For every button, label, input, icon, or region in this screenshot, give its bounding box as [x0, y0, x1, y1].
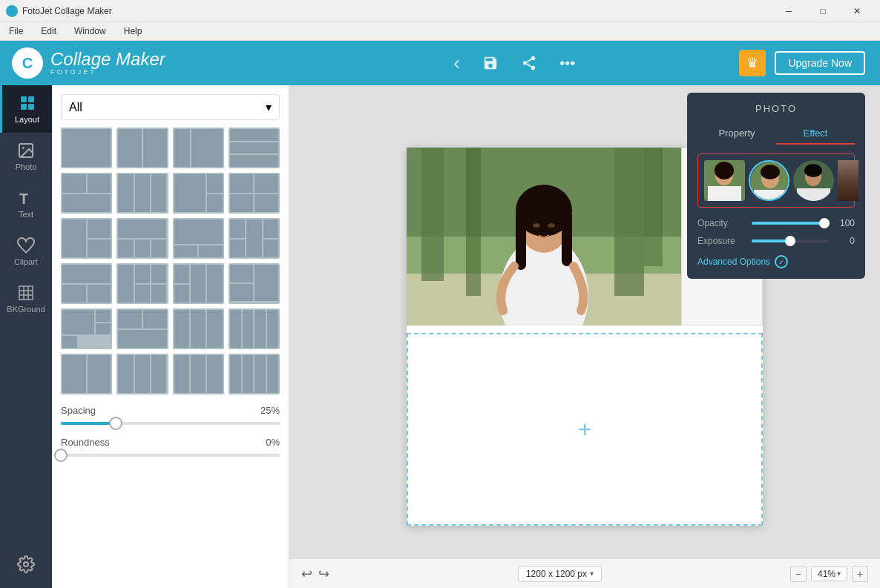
layout-thumb[interactable]: [61, 128, 112, 168]
opacity-label: Opacity: [697, 218, 746, 228]
layout-thumb[interactable]: [116, 308, 168, 349]
svg-point-10: [22, 147, 24, 149]
menu-bar: File Edit Window Help: [0, 22, 880, 41]
layout-thumb[interactable]: [173, 354, 224, 394]
menu-edit[interactable]: Edit: [38, 24, 59, 38]
svg-line-4: [527, 59, 531, 62]
layout-thumb[interactable]: [173, 263, 224, 304]
redo-button[interactable]: ↪: [318, 566, 329, 582]
back-button[interactable]: ‹: [453, 51, 460, 75]
minimize-button[interactable]: ─: [772, 0, 806, 22]
upgrade-button[interactable]: Upgrade Now: [775, 51, 865, 75]
layout-thumb[interactable]: [61, 173, 112, 214]
opacity-fill: [752, 222, 828, 225]
effect-thumb-circle1[interactable]: [749, 160, 789, 201]
photo-panel-tabs: Property Effect: [697, 123, 855, 145]
zoom-level-value: 41%: [818, 569, 835, 579]
opacity-control: Opacity 100: [697, 218, 855, 228]
svg-rect-29: [562, 211, 572, 266]
sidebar-settings[interactable]: [0, 546, 52, 582]
layout-thumb[interactable]: [116, 263, 168, 304]
menu-window[interactable]: Window: [71, 24, 109, 38]
tab-property[interactable]: Property: [697, 123, 776, 145]
share-button[interactable]: [521, 55, 537, 71]
roundness-thumb[interactable]: [54, 449, 68, 462]
menu-file[interactable]: File: [6, 24, 26, 38]
photo-cell-top[interactable]: [407, 148, 681, 326]
layout-thumb[interactable]: [229, 308, 280, 349]
sidebar-item-photo[interactable]: Photo: [0, 133, 52, 180]
opacity-thumb[interactable]: [819, 218, 830, 228]
exposure-label: Exposure: [697, 236, 746, 246]
canvas-area: + PHOTO Property Effect: [289, 85, 880, 588]
close-button[interactable]: ✕: [840, 0, 874, 22]
roundness-control: Roundness 0%: [61, 437, 280, 463]
layout-dropdown[interactable]: All ▾: [61, 94, 280, 120]
advanced-options-icon: ✓: [775, 255, 788, 268]
svg-rect-24: [644, 148, 663, 266]
effect-thumbnails: [697, 153, 855, 208]
effect-thumb-original[interactable]: [704, 160, 745, 201]
layout-thumb[interactable]: [229, 263, 280, 304]
photo-cell-bottom[interactable]: +: [407, 333, 763, 526]
sidebar-clipart-label: Clipart: [14, 257, 38, 266]
layout-thumb[interactable]: [229, 218, 280, 259]
layout-thumb[interactable]: [229, 173, 280, 214]
app-title: FotoJet Collage Maker: [22, 6, 112, 16]
zoom-plus-button[interactable]: +: [852, 566, 868, 582]
tab-effect[interactable]: Effect: [776, 123, 855, 145]
svg-point-31: [548, 223, 555, 228]
window-controls: ─ □ ✕: [772, 0, 874, 22]
svg-point-38: [761, 165, 780, 179]
spacing-track[interactable]: [61, 422, 280, 425]
sidebar-background-label: BKGround: [7, 305, 45, 314]
canvas-size-selector[interactable]: 1200 x 1200 px ▾: [518, 566, 602, 582]
layout-thumb[interactable]: [173, 218, 224, 259]
layout-thumb[interactable]: [116, 218, 168, 259]
layout-thumb[interactable]: [229, 354, 280, 394]
canvas-size-chevron: ▾: [590, 569, 594, 578]
undo-button[interactable]: ↩: [301, 566, 312, 582]
layout-thumb[interactable]: [61, 308, 112, 349]
sidebar-item-text[interactable]: T Text: [0, 180, 52, 228]
zoom-minus-button[interactable]: −: [790, 566, 807, 582]
spacing-thumb[interactable]: [109, 417, 122, 430]
spacing-value: 25%: [260, 405, 280, 416]
layout-thumb[interactable]: [173, 308, 224, 349]
logo-text: Collage Maker FOTOJET: [50, 50, 165, 76]
layout-thumb[interactable]: [61, 218, 112, 259]
exposure-thumb[interactable]: [785, 236, 795, 246]
layout-thumb[interactable]: [61, 263, 112, 304]
layout-thumb[interactable]: [229, 128, 280, 168]
layout-grid-row5: [61, 308, 280, 349]
sidebar-item-background[interactable]: BKGround: [0, 275, 52, 323]
sidebar-photo-label: Photo: [16, 162, 37, 171]
sidebar-item-clipart[interactable]: Clipart: [0, 228, 52, 275]
layout-thumb[interactable]: [61, 354, 112, 394]
exposure-track[interactable]: [752, 240, 828, 242]
sidebar-item-layout[interactable]: Layout: [0, 85, 52, 133]
effect-thumb-strip[interactable]: [838, 160, 858, 201]
logo-area: C Collage Maker FOTOJET: [0, 47, 289, 79]
svg-point-42: [804, 164, 822, 177]
svg-point-1: [523, 61, 528, 65]
layout-thumb[interactable]: [116, 354, 168, 394]
opacity-track[interactable]: [752, 222, 828, 225]
maximize-button[interactable]: □: [806, 0, 840, 22]
layout-thumb[interactable]: [116, 128, 168, 168]
crown-icon: ♛: [739, 50, 766, 76]
bottom-left: ↩ ↪: [301, 566, 329, 582]
save-button[interactable]: [482, 55, 499, 71]
advanced-options-button[interactable]: Advanced Options ✓: [697, 255, 855, 268]
effect-thumb-circle2[interactable]: [793, 160, 834, 201]
more-button[interactable]: •••: [559, 55, 575, 72]
svg-point-0: [531, 56, 536, 61]
roundness-track[interactable]: [61, 454, 280, 457]
layout-thumb[interactable]: [116, 173, 168, 214]
zoom-level-selector[interactable]: 41% ▾: [811, 566, 847, 581]
sidebar-layout-label: Layout: [15, 115, 39, 124]
roundness-label: Roundness: [61, 437, 110, 448]
layout-thumb[interactable]: [173, 128, 224, 168]
menu-help[interactable]: Help: [121, 24, 145, 38]
layout-thumb[interactable]: [173, 173, 224, 214]
